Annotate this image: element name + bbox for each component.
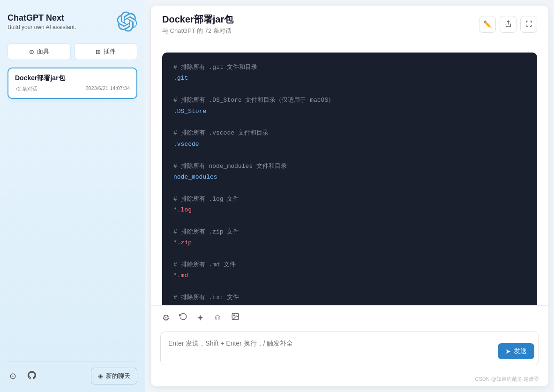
chat-list: Docker部署jar包 72 条对话 2023/6/21 14:07:34 — [7, 68, 137, 356]
chat-item[interactable]: Docker部署jar包 72 条对话 2023/6/21 14:07:34 — [7, 68, 137, 99]
toolbar-image-button[interactable] — [229, 310, 241, 325]
code-line-13: # 排除所有 .md 文件 — [173, 261, 236, 268]
share-icon — [505, 20, 512, 29]
chat-item-meta: 72 条对话 2023/6/21 14:07:34 — [15, 85, 130, 92]
toolbar-history-button[interactable] — [177, 310, 189, 325]
nav-plugins-button[interactable]: ⊞ 插件 — [75, 43, 138, 60]
chat-header: Docker部署jar包 与 ChatGPT 的 72 条对话 ✏️ — [151, 6, 548, 43]
edit-icon: ✏️ — [483, 20, 492, 29]
code-line-9: # 排除所有 .log 文件 — [173, 196, 239, 203]
edit-button[interactable]: ✏️ — [479, 16, 496, 33]
history-icon — [179, 313, 187, 323]
plus-circle-icon: ⊕ — [98, 373, 103, 380]
toolbar-emoji-button[interactable]: ☺ — [211, 311, 224, 324]
chat-subtitle: 与 ChatGPT 的 72 条对话 — [162, 27, 233, 35]
expand-icon — [525, 20, 532, 29]
sidebar: ChatGPT Next Build your own AI assistant… — [0, 0, 145, 392]
brand-subtitle: Build your own AI assistant. — [7, 24, 76, 30]
brand-header: ChatGPT Next Build your own AI assistant… — [7, 11, 137, 32]
sparkle-icon: ✦ — [197, 313, 204, 323]
gear-icon: ⚙ — [162, 313, 170, 323]
code-line-15: # 排除所有 .txt 文件 — [173, 294, 239, 301]
chat-item-title: Docker部署jar包 — [15, 74, 130, 83]
code-line-7: # 排除所有 node_modules 文件和目录 — [173, 163, 287, 170]
code-line-5: # 排除所有 .vscode 文件和目录 — [173, 129, 269, 136]
new-chat-button[interactable]: ⊕ 新的聊天 — [91, 368, 137, 384]
send-button[interactable]: ➤ 发送 — [498, 343, 534, 359]
settings-icon: ⊙ — [9, 371, 16, 381]
chat-header-info: Docker部署jar包 与 ChatGPT 的 72 条对话 — [162, 13, 233, 35]
code-line-1: # 排除所有 .git 文件和目录 — [173, 64, 257, 71]
code-line-2: .git — [173, 75, 188, 82]
smiley-icon: ☺ — [213, 313, 222, 322]
github-icon — [28, 372, 36, 381]
toolbar-settings-button[interactable]: ⚙ — [160, 311, 172, 325]
message-input[interactable] — [160, 332, 539, 365]
chat-header-actions: ✏️ — [479, 16, 537, 33]
input-area: ➤ 发送 — [151, 328, 548, 375]
new-chat-label: 新的聊天 — [106, 372, 130, 380]
code-line-4: .DS_Store — [173, 108, 206, 115]
messages-area: # 排除所有 .git 文件和目录 .git # 排除所有 .DS_Store … — [151, 43, 548, 305]
nav-plugins-label: 插件 — [104, 47, 116, 56]
brand-info: ChatGPT Next Build your own AI assistant… — [7, 13, 76, 30]
footer-icons: ⊙ — [7, 369, 38, 384]
code-block: # 排除所有 .git 文件和目录 .git # 排除所有 .DS_Store … — [162, 53, 537, 305]
main-chat-area: Docker部署jar包 与 ChatGPT 的 72 条对话 ✏️ — [151, 6, 548, 386]
sidebar-footer: ⊙ ⊕ 新的聊天 — [7, 362, 137, 384]
nav-home-label: 面具 — [37, 47, 49, 56]
send-label: 发送 — [514, 347, 527, 355]
brand-name: ChatGPT Next — [7, 13, 76, 23]
watermark: CSDN @知道的越多·越难受 — [151, 375, 548, 386]
share-button[interactable] — [500, 16, 517, 33]
image-icon — [231, 313, 240, 323]
plugins-icon: ⊞ — [96, 48, 101, 55]
nav-home-button[interactable]: ⊙ 面具 — [7, 43, 71, 60]
send-icon: ➤ — [505, 347, 511, 355]
code-line-14: *.md — [173, 272, 188, 279]
input-toolbar: ⚙ ✦ ☺ — [151, 305, 548, 328]
expand-button[interactable] — [520, 16, 537, 33]
settings-footer-button[interactable]: ⊙ — [7, 369, 18, 384]
home-icon: ⊙ — [29, 48, 34, 55]
toolbar-magic-button[interactable]: ✦ — [195, 311, 206, 325]
chat-item-count: 72 条对话 — [15, 85, 37, 92]
svg-point-1 — [234, 315, 235, 316]
code-line-12: *.zip — [173, 239, 192, 246]
chat-title: Docker部署jar包 — [162, 13, 233, 26]
code-line-10: *.log — [173, 206, 192, 213]
code-line-11: # 排除所有 .zip 文件 — [173, 228, 239, 235]
chat-item-date: 2023/6/21 14:07:34 — [85, 85, 130, 92]
code-line-8: node_modules — [173, 173, 217, 181]
sidebar-nav: ⊙ 面具 ⊞ 插件 — [7, 43, 137, 60]
github-footer-button[interactable] — [26, 369, 38, 384]
code-line-6: .vscode — [173, 141, 199, 148]
chatgpt-logo — [117, 11, 137, 32]
code-line-3: # 排除所有 .DS_Store 文件和目录（仅适用于 macOS） — [173, 97, 334, 104]
